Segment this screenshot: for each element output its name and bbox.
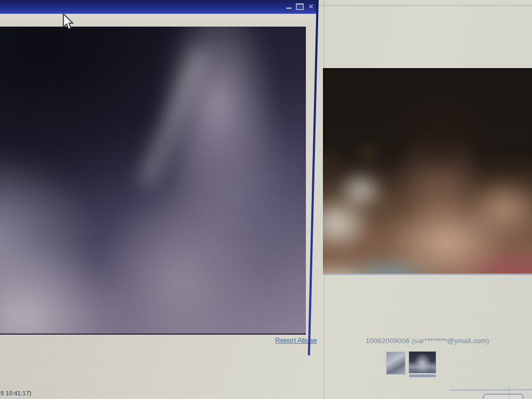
profile-photo-placeholder [323, 68, 532, 275]
window-right-border [308, 0, 319, 355]
monitor-photo-screen: × Report Abuse 10062009006 (sar********@… [0, 0, 532, 399]
remote-webcam-video [0, 27, 306, 335]
photo-thumbnail-1[interactable] [387, 352, 405, 374]
desktop-faint-line [319, 5, 532, 6]
selected-thumbnail-indicator [409, 375, 436, 377]
contact-profile-photo [323, 68, 532, 275]
close-icon[interactable]: × [308, 2, 314, 11]
timestamp-fragment: 9 10:41:17) [1, 390, 31, 396]
bottom-divider-line [450, 389, 532, 390]
photo-bottom-edge [323, 273, 532, 275]
mouse-cursor-icon [62, 14, 76, 32]
minimize-icon[interactable] [286, 7, 292, 9]
input-box-fragment[interactable] [483, 394, 523, 399]
window-titlebar[interactable]: × [0, 0, 318, 14]
report-abuse-link[interactable]: Report Abuse [275, 336, 317, 344]
webcam-video-placeholder [0, 27, 306, 335]
window-controls: × [286, 2, 314, 11]
photo-thumbnail-2[interactable] [409, 352, 436, 373]
maximize-icon[interactable] [296, 3, 304, 10]
window-toolbar-strip [0, 14, 316, 27]
video-highlight-streak [139, 47, 207, 187]
contact-id-label: 10062009006 (sar********@ymail.com) [323, 337, 532, 345]
